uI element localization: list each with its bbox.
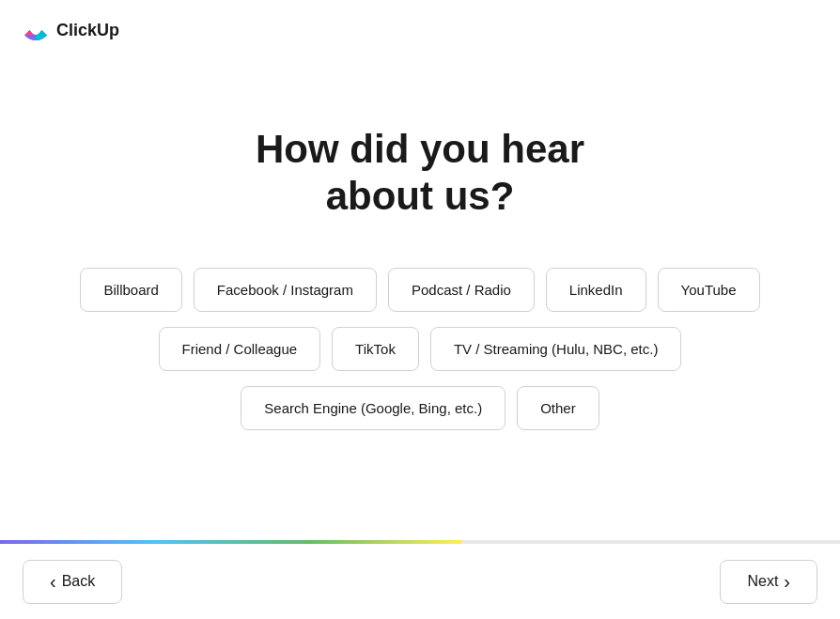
options-wrapper: Billboard Facebook / Instagram Podcast /… (54, 268, 786, 430)
option-tv-streaming[interactable]: TV / Streaming (Hulu, NBC, etc.) (430, 327, 682, 371)
next-label: Next (747, 573, 778, 590)
footer-nav: Back Next (0, 544, 840, 619)
clickup-logo-icon (23, 17, 49, 43)
back-button[interactable]: Back (23, 560, 122, 604)
option-youtube[interactable]: YouTube (658, 268, 760, 312)
option-linkedin[interactable]: LinkedIn (546, 268, 646, 312)
option-facebook-instagram[interactable]: Facebook / Instagram (194, 268, 377, 312)
option-tiktok[interactable]: TikTok (332, 327, 419, 371)
options-row-3: Search Engine (Google, Bing, etc.) Other (241, 386, 599, 430)
option-podcast-radio[interactable]: Podcast / Radio (388, 268, 535, 312)
chevron-right-icon (784, 572, 790, 592)
back-label: Back (62, 573, 96, 590)
option-search-engine[interactable]: Search Engine (Google, Bing, etc.) (241, 386, 506, 430)
main-content: How did you hearabout us? Billboard Face… (0, 88, 840, 468)
option-friend-colleague[interactable]: Friend / Colleague (159, 327, 321, 371)
chevron-left-icon (50, 572, 56, 592)
options-row-1: Billboard Facebook / Instagram Podcast /… (80, 268, 759, 312)
option-other[interactable]: Other (517, 386, 599, 430)
logo[interactable]: ClickUp (23, 17, 817, 43)
options-row-2: Friend / Colleague TikTok TV / Streaming… (159, 327, 682, 371)
page-title: How did you hearabout us? (256, 126, 584, 221)
option-billboard[interactable]: Billboard (80, 268, 181, 312)
logo-text: ClickUp (56, 21, 119, 40)
next-button[interactable]: Next (720, 560, 817, 604)
header: ClickUp (0, 0, 840, 60)
